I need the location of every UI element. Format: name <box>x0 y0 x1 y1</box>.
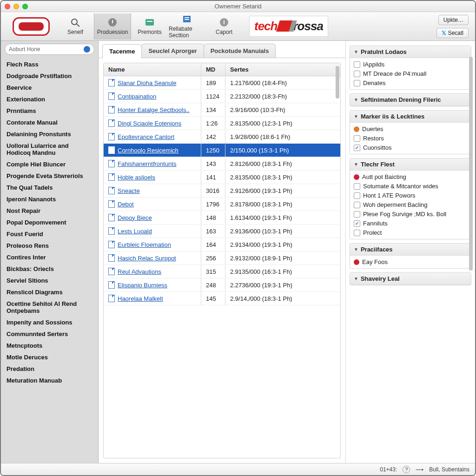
sidebar-item[interactable]: Flech Rass <box>1 59 98 70</box>
checkbox[interactable] <box>354 202 360 208</box>
checkbox[interactable] <box>354 145 360 151</box>
panel-item[interactable]: IAppilds <box>354 61 467 68</box>
table-row[interactable]: Epoltevrance Cantort1421.9/28/000 (18:6-… <box>104 130 340 144</box>
checkbox[interactable] <box>354 230 360 236</box>
table-row[interactable]: Dingl Sciaole Eotenions1:262.8135/000 (1… <box>104 117 340 130</box>
table-row[interactable]: Eurbleic Floemation1642.9134/000 (19:3-1… <box>104 238 340 251</box>
panel-item[interactable]: Hont 1 ATE Powors <box>354 192 467 199</box>
close-icon[interactable] <box>5 4 10 9</box>
checkbox[interactable] <box>354 183 360 190</box>
checkbox[interactable] <box>354 135 360 142</box>
checkbox[interactable] <box>354 71 360 77</box>
panel-item[interactable]: Fanniluts <box>354 220 467 227</box>
panel-header[interactable]: ▼Pratulnt Lodaos <box>350 46 471 58</box>
sidebar-item[interactable]: Meturation Manuab <box>1 375 98 386</box>
sidebar-item[interactable]: Ocettine Sehitoi Al Rend Ontpebams <box>1 298 98 317</box>
panel-item[interactable]: Duertes <box>354 126 467 132</box>
sidebar-item[interactable]: Iperonl Nananots <box>1 193 98 205</box>
sidebar-item[interactable]: Motle Deruces <box>1 351 98 363</box>
checkbox[interactable] <box>354 192 360 199</box>
panel-item[interactable]: Woh deperment Bacling <box>354 201 467 208</box>
toolbar-prod-button[interactable]: Produession <box>94 13 131 40</box>
checkbox[interactable] <box>354 211 360 218</box>
sidebar-item[interactable]: The Qual Tadels <box>1 182 98 193</box>
panel-header[interactable]: ▼Tlechr Flest <box>350 159 471 171</box>
sidebar-item[interactable]: Predation <box>1 363 98 375</box>
table-row[interactable]: Hoble aslioels1412.8135/000 (18:3-1 Ph) <box>104 171 340 184</box>
table-row[interactable]: Debot17962.8178/000 (18:3-1 Ph) <box>104 198 340 211</box>
sidebar-item[interactable]: Bickbas: Oriecls <box>1 263 98 275</box>
sidebar-item[interactable]: Nost Repair <box>1 205 98 217</box>
status-right: Bull, Subentains <box>429 466 469 473</box>
update-button[interactable]: Upkte… <box>438 15 469 25</box>
checkbox[interactable] <box>354 80 360 86</box>
sidebar-item[interactable]: Uolloral Lularrice and Hodicoq Mandnu <box>1 140 98 159</box>
panel-header[interactable]: ▼Seftinimaten Drening Fileric <box>350 94 471 106</box>
tab[interactable]: Pockotude Manuials <box>204 44 276 58</box>
table-row[interactable]: Depoy Biece1481.6134/000 (19:3-1 Fh) <box>104 211 340 225</box>
sidebar-item[interactable]: Exterionation <box>1 93 98 105</box>
window-title: Ownemer Setarid <box>1 3 475 10</box>
table-row[interactable]: Sneacte30162.9126/000 (19:3-1 Ph) <box>104 184 340 198</box>
maximize-icon[interactable] <box>22 4 28 9</box>
table-row[interactable]: Fahishanerntfrontunts1432.8126/000 (18:3… <box>104 157 340 171</box>
panel-item[interactable]: Plese Fog Survige ;MD ks. Boll <box>354 211 467 218</box>
sidebar-item[interactable]: Delanining Pronstunts <box>1 128 98 140</box>
help-icon[interactable]: ? <box>403 466 410 473</box>
col-sertes-header[interactable]: Sertes <box>225 63 340 76</box>
sidebar-item[interactable]: Impenity and Sossions <box>1 317 98 328</box>
table-scrollbar[interactable] <box>336 66 339 99</box>
svg-rect-8 <box>185 19 189 20</box>
sidebar-item[interactable]: Progende Eveta Stwreriols <box>1 170 98 182</box>
panel-item[interactable]: Restors <box>354 135 467 142</box>
sidebar-item[interactable]: Metncptoots <box>1 340 98 351</box>
panel-item[interactable]: Sotumate & Mitcantor wides <box>354 183 467 190</box>
sidebar-item[interactable]: Proleoso Rens <box>1 240 98 251</box>
table-row[interactable]: Cornhoolo Resicemich12502/150,000 (15:3-… <box>104 144 340 157</box>
toolbar-relab-button[interactable]: Rellabate Secttion <box>168 13 205 40</box>
panel-item[interactable]: Cuonsittos <box>354 144 467 151</box>
sidebar-search[interactable]: Aoburt Hone <box>5 44 94 55</box>
document-icon <box>108 295 115 302</box>
panel-header[interactable]: ▼Praciifaces <box>350 244 471 256</box>
panel-item[interactable]: Denates <box>354 79 467 86</box>
tab[interactable]: Seuclel Aprorger <box>141 44 204 58</box>
panel-item[interactable]: Prolect <box>354 229 467 236</box>
checkbox[interactable] <box>354 61 360 68</box>
tab[interactable]: Tacenme <box>102 44 142 58</box>
sidebar-item[interactable]: Comple Hiel Biuncer <box>1 159 98 170</box>
table-row[interactable]: Reul Advautions3152.9135/000 (16:3-1 Fh) <box>104 265 340 278</box>
status-arrow-icon: ⟶ <box>416 466 423 473</box>
sidebar-item[interactable]: Foust Fuerid <box>1 228 98 240</box>
panel-item[interactable]: MT Dreace de P4:muall <box>354 70 467 77</box>
sidebar-item[interactable]: Renslicol Diagrams <box>1 286 98 298</box>
sidebar-item[interactable]: Communnted Serters <box>1 328 98 340</box>
table-row[interactable]: Honter Eatalge Sectbools..1342.9/16/000 … <box>104 103 340 117</box>
minimize-icon[interactable] <box>13 4 19 9</box>
checkbox[interactable] <box>354 220 360 227</box>
col-md-header[interactable]: MD <box>201 63 225 76</box>
table-row[interactable]: Lests Luoald1632.9136/000 (10:3-1 Ph) <box>104 225 340 238</box>
panel-header[interactable]: ▼Marker iis & Lecktines <box>350 111 471 123</box>
panel-item[interactable]: Eay Foos <box>354 258 467 265</box>
row-sertes: 2.9136/000 (10:3-1 Ph) <box>225 225 340 238</box>
sidebar-item[interactable]: Popal Depomvement <box>1 217 98 228</box>
table-row[interactable]: Slanar Dioha Seanule1891.2176/000 (18:4-… <box>104 76 340 90</box>
sidebar-item[interactable]: Contires Inter <box>1 251 98 263</box>
social-button[interactable]: 𝕏Secatl <box>436 28 469 38</box>
col-name-header[interactable]: Name <box>104 63 201 76</box>
toolbar-caport-button[interactable]: iCaport <box>205 13 243 40</box>
table-row[interactable]: Elispanio Burniess2482.2736/000 (19:3-1 … <box>104 278 340 292</box>
toolbar-senelf-button[interactable]: Senelf <box>57 13 94 40</box>
sidebar-item[interactable]: Contorate Manual <box>1 117 98 128</box>
table-row[interactable]: Contipaination11242.2132/000 (18:3-Fh) <box>104 90 340 103</box>
sidebar-item[interactable]: Beervice <box>1 82 98 93</box>
sidebar-item[interactable]: Serviel Sltions <box>1 275 98 286</box>
panel-item[interactable]: Autt pot Baicting <box>354 173 467 180</box>
table-row[interactable]: Haorelaa Malkelt1452.9/14,/000 (18:3-1 P… <box>104 292 340 305</box>
sidebar-item[interactable]: Dodgroade Prstiflation <box>1 70 98 82</box>
panel-header[interactable]: ▼Shaveiry Leal <box>350 273 471 285</box>
table-row[interactable]: Hasich Relac Surppot2562.9132/000 (18:9-… <box>104 251 340 265</box>
sidebar-item[interactable]: Prnntiams <box>1 105 98 117</box>
toolbar-prem-button[interactable]: Premonts <box>131 13 168 40</box>
